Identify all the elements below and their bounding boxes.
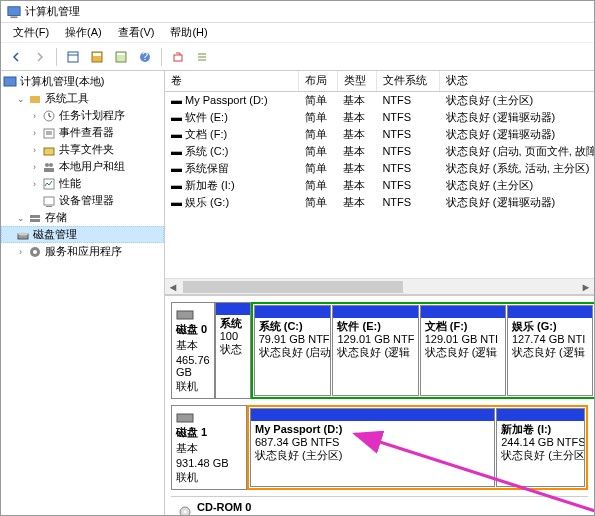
- scroll-right-icon[interactable]: ►: [578, 280, 594, 294]
- disk0-part0[interactable]: 系统100状态: [215, 302, 251, 399]
- window-title: 计算机管理: [25, 4, 80, 19]
- svg-rect-0: [8, 6, 20, 15]
- disk0-label[interactable]: 磁盘 0 基本 465.76 GB 联机: [171, 302, 215, 399]
- table-row[interactable]: ▬ 文档 (F:)简单基本NTFS状态良好 (逻辑驱动器)129.01 GB20: [165, 126, 594, 143]
- svg-rect-29: [30, 215, 40, 218]
- tree-scheduler[interactable]: ›任务计划程序: [1, 107, 164, 124]
- disk1-part0[interactable]: My Passport (D:)687.34 GB NTFS状态良好 (主分区): [250, 408, 495, 487]
- col-status[interactable]: 状态: [440, 71, 594, 91]
- menu-help[interactable]: 帮助(H): [162, 23, 215, 42]
- navigation-tree[interactable]: 计算机管理(本地) ⌄系统工具 ›任务计划程序 ›事件查看器 ›共享文件夹 ›本…: [1, 71, 165, 515]
- disk1-part1[interactable]: 新加卷 (I:)244.14 GB NTFS状态良好 (主分区): [496, 408, 585, 487]
- svg-point-24: [49, 163, 53, 167]
- tree-root[interactable]: 计算机管理(本地): [1, 73, 164, 90]
- action-button[interactable]: [167, 46, 189, 68]
- volume-table[interactable]: 卷 布局 类型 文件系统 状态 容量 可 ▬ My Passport (D:)简…: [165, 71, 594, 211]
- collapse-icon[interactable]: ⌄: [15, 93, 26, 104]
- tree-devmgr[interactable]: ›设备管理器: [1, 192, 164, 209]
- svg-point-23: [45, 163, 49, 167]
- scrollbar-thumb[interactable]: [183, 281, 403, 293]
- svg-point-40: [184, 511, 187, 514]
- svg-text:?: ?: [142, 50, 148, 62]
- app-icon: [7, 5, 21, 19]
- tree-services[interactable]: ›服务和应用程序: [1, 243, 164, 260]
- disk0-part4[interactable]: 娱乐 (G:)127.74 GB NTI状态良好 (逻辑: [507, 305, 593, 396]
- svg-rect-36: [177, 414, 193, 422]
- table-row[interactable]: ▬ 系统保留简单基本NTFS状态良好 (系统, 活动, 主分区)100 MB65: [165, 160, 594, 177]
- svg-point-34: [33, 250, 37, 254]
- table-row[interactable]: ▬ 系统 (C:)简单基本NTFS状态良好 (启动, 页面文件, 故障转储, 主…: [165, 143, 594, 160]
- list-button[interactable]: [191, 46, 213, 68]
- svg-rect-22: [44, 148, 54, 155]
- expand-icon[interactable]: ›: [15, 246, 26, 257]
- svg-rect-7: [117, 53, 125, 55]
- tree-storage[interactable]: ⌄存储: [1, 209, 164, 226]
- tree-perf[interactable]: ›性能: [1, 175, 164, 192]
- col-fs[interactable]: 文件系统: [376, 71, 439, 91]
- disk0-green-group: 系统 (C:)79.91 GB NTF状态良好 (启动 软件 (E:)129.0…: [251, 302, 594, 399]
- forward-button[interactable]: [29, 46, 51, 68]
- svg-rect-14: [4, 77, 16, 86]
- svg-rect-30: [30, 219, 40, 222]
- properties-button[interactable]: [86, 46, 108, 68]
- menu-view[interactable]: 查看(V): [110, 23, 163, 42]
- view-button-1[interactable]: [62, 46, 84, 68]
- tree-users[interactable]: ›本地用户和组: [1, 158, 164, 175]
- expand-icon[interactable]: ›: [29, 110, 40, 121]
- title-bar: 计算机管理: [1, 1, 594, 23]
- menu-bar: 文件(F) 操作(A) 查看(V) 帮助(H): [1, 23, 594, 43]
- menu-file[interactable]: 文件(F): [5, 23, 57, 42]
- tree-eventviewer[interactable]: ›事件查看器: [1, 124, 164, 141]
- tree-diskmgmt[interactable]: ›磁盘管理: [1, 226, 164, 243]
- disk1-row[interactable]: 磁盘 1 基本 931.48 GB 联机 My Passport (D:)687…: [171, 405, 588, 490]
- expand-icon[interactable]: ›: [29, 178, 40, 189]
- svg-rect-15: [30, 96, 40, 103]
- disk0-part1[interactable]: 系统 (C:)79.91 GB NTF状态良好 (启动: [254, 305, 332, 396]
- table-row[interactable]: ▬ My Passport (D:)简单基本NTFS状态良好 (主分区)687.…: [165, 91, 594, 109]
- tree-systools[interactable]: ⌄系统工具: [1, 90, 164, 107]
- expand-icon[interactable]: ›: [29, 161, 40, 172]
- toolbar: ?: [1, 43, 594, 71]
- disk-icon: [176, 307, 194, 321]
- disk1-label[interactable]: 磁盘 1 基本 931.48 GB 联机: [171, 405, 247, 490]
- collapse-icon[interactable]: ⌄: [15, 212, 26, 223]
- expand-icon[interactable]: ›: [29, 144, 40, 155]
- help-button[interactable]: ?: [134, 46, 156, 68]
- svg-rect-1: [11, 16, 18, 18]
- col-volume[interactable]: 卷: [165, 71, 299, 91]
- scroll-left-icon[interactable]: ◄: [165, 280, 181, 294]
- table-row[interactable]: ▬ 新加卷 (I:)简单基本NTFS状态良好 (主分区)244.14 GB24: [165, 177, 594, 194]
- back-button[interactable]: [5, 46, 27, 68]
- table-row[interactable]: ▬ 娱乐 (G:)简单基本NTFS状态良好 (逻辑驱动器)127.74 GB11: [165, 194, 594, 211]
- svg-rect-28: [46, 206, 52, 207]
- disk-icon: [176, 410, 194, 424]
- svg-rect-5: [93, 53, 101, 56]
- disk0-part2[interactable]: 软件 (E:)129.01 GB NTF状态良好 (逻辑: [332, 305, 418, 396]
- disk1-orange-group: My Passport (D:)687.34 GB NTFS状态良好 (主分区)…: [247, 405, 588, 490]
- horizontal-scrollbar[interactable]: ◄ ►: [165, 278, 594, 294]
- svg-rect-2: [68, 52, 78, 62]
- svg-rect-35: [177, 311, 193, 319]
- disk0-row[interactable]: 磁盘 0 基本 465.76 GB 联机 系统100状态 系统 (C:)79.9…: [171, 302, 588, 399]
- expand-icon[interactable]: ›: [29, 127, 40, 138]
- table-row[interactable]: ▬ 软件 (E:)简单基本NTFS状态良好 (逻辑驱动器)129.01 GB10: [165, 109, 594, 126]
- cd-icon: [177, 505, 193, 515]
- svg-point-32: [18, 232, 28, 235]
- cdrom-row[interactable]: CD-ROM 0DVD (H:): [171, 496, 588, 515]
- refresh-button[interactable]: [110, 46, 132, 68]
- svg-rect-27: [44, 197, 54, 205]
- col-layout[interactable]: 布局: [299, 71, 338, 91]
- graphical-view[interactable]: 磁盘 0 基本 465.76 GB 联机 系统100状态 系统 (C:)79.9…: [165, 295, 594, 515]
- content-pane: 卷 布局 类型 文件系统 状态 容量 可 ▬ My Passport (D:)简…: [165, 71, 594, 515]
- svg-rect-10: [174, 55, 182, 61]
- tree-shared[interactable]: ›共享文件夹: [1, 141, 164, 158]
- col-type[interactable]: 类型: [337, 71, 376, 91]
- volume-list[interactable]: 卷 布局 类型 文件系统 状态 容量 可 ▬ My Passport (D:)简…: [165, 71, 594, 295]
- svg-rect-25: [44, 168, 54, 172]
- svg-rect-26: [44, 179, 54, 189]
- disk0-part3[interactable]: 文档 (F:)129.01 GB NTI状态良好 (逻辑: [420, 305, 506, 396]
- menu-action[interactable]: 操作(A): [57, 23, 110, 42]
